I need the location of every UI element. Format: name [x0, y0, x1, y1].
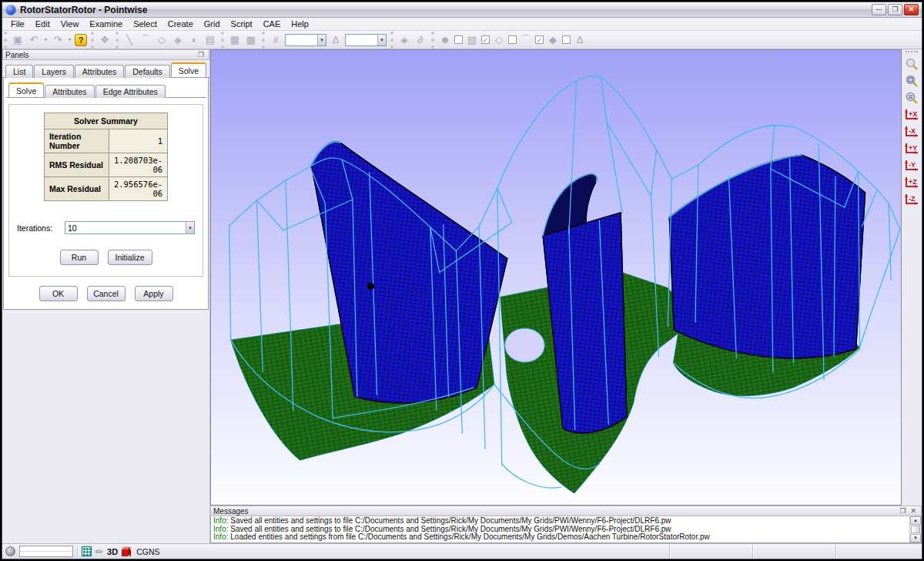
- zoom-equal-button[interactable]: [903, 90, 920, 106]
- iterations-combobox[interactable]: ▾: [65, 221, 195, 234]
- messages-close-icon[interactable]: ✕: [908, 507, 919, 515]
- close-button[interactable]: ✕: [904, 4, 919, 15]
- partial-derivative-icon[interactable]: ∂: [413, 33, 427, 47]
- menu-cae[interactable]: CAE: [258, 18, 286, 29]
- help-icon[interactable]: ?: [75, 34, 87, 46]
- view-plus-y-button[interactable]: +Y: [903, 141, 920, 156]
- iterations-input[interactable]: [65, 222, 186, 233]
- subtab-solve[interactable]: Solve: [8, 82, 44, 97]
- unstructured-grid-icon[interactable]: ▩: [244, 33, 258, 47]
- apply-button[interactable]: Apply: [135, 286, 173, 301]
- layers-stack-icon[interactable]: ❖: [98, 33, 112, 47]
- tab-solve[interactable]: Solve: [171, 62, 206, 77]
- dimension-combobox[interactable]: ▾: [285, 34, 326, 46]
- toolbar-drag-handle[interactable]: [906, 51, 918, 52]
- cae-solver-icon[interactable]: [122, 547, 131, 556]
- tab-layers[interactable]: Layers: [34, 65, 74, 78]
- run-button[interactable]: Run: [60, 250, 99, 265]
- database-checkbox[interactable]: [454, 35, 463, 44]
- zoom-in-button[interactable]: [903, 56, 920, 72]
- show-connectors-icon[interactable]: ⌒: [519, 33, 533, 47]
- viewport-3d[interactable]: [210, 49, 902, 506]
- wrench-icon[interactable]: ✎: [93, 545, 106, 558]
- scroll-down-icon[interactable]: ▼: [910, 534, 921, 543]
- panels-dock-titlebar[interactable]: Panels ❐: [2, 49, 209, 60]
- solve-groupbox: Solver Summary Iteration Number 1 RMS Re…: [8, 104, 203, 277]
- spacing-drop-icon[interactable]: ▾: [377, 35, 386, 45]
- panels-float-icon[interactable]: ❐: [196, 51, 206, 59]
- message-text: Saved all entities and settings to file …: [228, 525, 671, 533]
- create-domain-icon[interactable]: ◇: [155, 33, 169, 47]
- cancel-button[interactable]: Cancel: [87, 286, 126, 301]
- view-minus-y-button[interactable]: -Y: [903, 158, 920, 173]
- subtab-edge-attributes[interactable]: Edge Attributes: [95, 85, 166, 98]
- iterations-label: Iterations:: [17, 223, 65, 233]
- show-database-icon[interactable]: ☻: [438, 33, 452, 47]
- spacing-icon[interactable]: Δ: [329, 33, 343, 47]
- surface-icon[interactable]: ◈: [397, 33, 411, 47]
- status-cell: [669, 544, 752, 559]
- messages-scrollbar[interactable]: ▲ ▼: [909, 516, 921, 543]
- viewport-3d-scene[interactable]: [211, 50, 901, 505]
- undo-dropdown-icon[interactable]: ▾: [43, 33, 49, 47]
- menu-edit[interactable]: Edit: [30, 18, 55, 29]
- connectors-checkbox[interactable]: ✓: [535, 35, 544, 44]
- spacings-checkbox[interactable]: [562, 35, 571, 44]
- redo-icon[interactable]: ↷: [51, 33, 65, 47]
- menu-grid[interactable]: Grid: [199, 18, 226, 29]
- create-segment-icon[interactable]: ╲: [122, 33, 136, 47]
- tab-attributes[interactable]: Attributes: [75, 65, 124, 78]
- create-block-icon[interactable]: ▤: [203, 33, 217, 47]
- minimize-button[interactable]: —: [872, 4, 886, 15]
- dimension-icon[interactable]: #: [269, 33, 283, 47]
- progress-field: [19, 546, 73, 557]
- scroll-up-icon[interactable]: ▲: [910, 516, 921, 525]
- ok-button[interactable]: OK: [39, 286, 78, 301]
- spacing-combobox[interactable]: ▾: [345, 34, 387, 46]
- view-plus-x-button[interactable]: +X: [903, 107, 920, 123]
- messages-titlebar[interactable]: Messages ❐ ✕: [210, 506, 922, 516]
- cae-format-label[interactable]: CGNS: [136, 547, 159, 556]
- dimension-mode-label[interactable]: 3D: [107, 547, 118, 556]
- selected-point[interactable]: [367, 283, 374, 290]
- dimension-drop-icon[interactable]: ▾: [317, 35, 326, 45]
- scroll-thumb[interactable]: [911, 526, 920, 533]
- grid-mode-icon[interactable]: [82, 546, 92, 556]
- show-spacings-icon[interactable]: ◆: [546, 33, 560, 47]
- menu-help[interactable]: Help: [286, 18, 314, 29]
- blocks-checkbox[interactable]: ✓: [481, 35, 490, 44]
- menu-select[interactable]: Select: [128, 18, 162, 29]
- message-text: Loaded entities and settings from file C…: [228, 532, 709, 541]
- save-icon[interactable]: ▣: [11, 33, 25, 47]
- restore-button[interactable]: ❐: [888, 4, 902, 15]
- view-minus-z-button[interactable]: -Z: [903, 192, 920, 207]
- menu-view[interactable]: View: [55, 18, 85, 29]
- domains-checkbox[interactable]: [508, 35, 517, 44]
- solve-panel: Solve Attributes Edge Attributes Solver …: [3, 78, 209, 310]
- app-icon: [5, 5, 16, 15]
- menu-file[interactable]: File: [5, 18, 30, 29]
- show-domains-icon[interactable]: ◇: [492, 33, 506, 47]
- tab-defaults[interactable]: Defaults: [125, 65, 170, 78]
- create-extrude-icon[interactable]: ◗: [187, 33, 201, 47]
- tab-list[interactable]: List: [5, 65, 33, 78]
- menu-examine[interactable]: Examine: [84, 18, 128, 29]
- create-curve-icon[interactable]: ⌒: [139, 33, 152, 47]
- create-structured-domain-icon[interactable]: ◈: [171, 33, 185, 47]
- show-labels-icon[interactable]: Δ: [573, 33, 587, 47]
- view-minus-x-button[interactable]: -X: [903, 124, 920, 139]
- subtab-attributes[interactable]: Attributes: [45, 85, 94, 98]
- structured-grid-icon[interactable]: ▦: [228, 33, 242, 47]
- menu-script[interactable]: Script: [226, 18, 258, 29]
- undo-icon[interactable]: ↶: [27, 33, 41, 47]
- messages-float-icon[interactable]: ❐: [897, 507, 908, 515]
- initialize-button[interactable]: Initialize: [108, 250, 152, 265]
- show-blocks-icon[interactable]: ▧: [465, 33, 479, 47]
- iterations-drop-icon[interactable]: ▾: [186, 222, 194, 233]
- menu-create[interactable]: Create: [162, 18, 199, 29]
- redo-dropdown-icon[interactable]: ▾: [67, 33, 72, 47]
- view-plus-z-button[interactable]: +Z: [903, 175, 920, 190]
- titlebar[interactable]: RotorStatorRotor - Pointwise — ❐ ✕: [2, 2, 922, 18]
- zoom-extents-button[interactable]: [903, 73, 920, 89]
- messages-list[interactable]: Info: Saved all entities and settings to…: [211, 516, 909, 543]
